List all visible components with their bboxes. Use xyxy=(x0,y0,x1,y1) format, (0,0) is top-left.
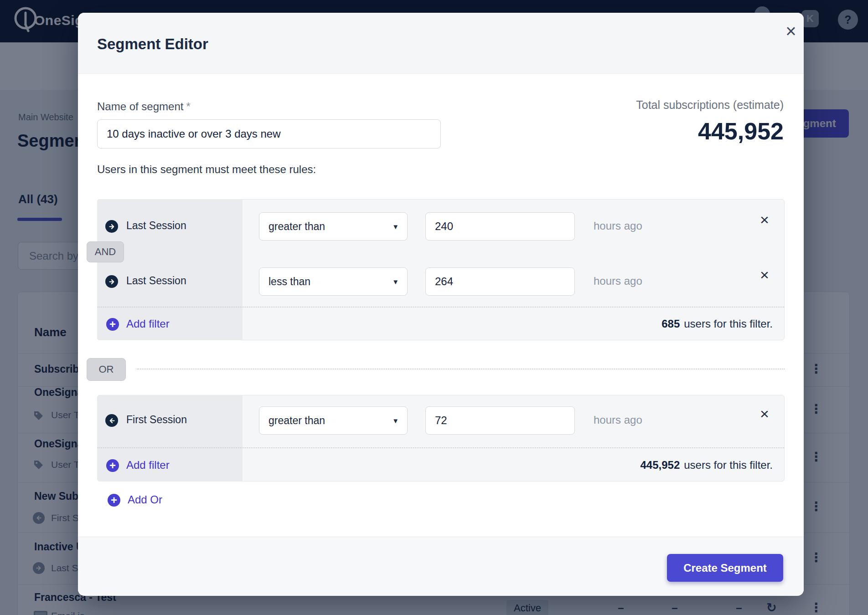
or-joiner-badge: OR xyxy=(87,358,126,381)
remove-filter-icon[interactable]: × xyxy=(755,210,774,229)
total-subscriptions-value: 445,952 xyxy=(698,118,784,145)
operator-value: less than xyxy=(269,276,310,288)
last-session-icon xyxy=(105,220,118,233)
chevron-down-icon: ▼ xyxy=(392,278,399,286)
operator-value: greater than xyxy=(269,220,325,233)
chevron-down-icon: ▼ xyxy=(392,223,399,231)
hours-value-input[interactable] xyxy=(425,267,575,296)
filter-field-label: Last Session xyxy=(126,220,186,232)
add-or-button[interactable]: Add Or xyxy=(128,493,162,506)
plus-icon[interactable]: + xyxy=(108,494,120,507)
operator-value: greater than xyxy=(269,415,325,427)
group-divider xyxy=(98,307,784,308)
filter-field-label: First Session xyxy=(126,414,187,426)
segment-name-input[interactable] xyxy=(97,119,441,149)
segment-editor-modal: Segment Editor × Name of segment* Total … xyxy=(78,13,804,595)
or-divider xyxy=(137,369,785,369)
operator-select[interactable]: greater than ▼ xyxy=(259,406,408,435)
plus-icon[interactable]: + xyxy=(106,318,119,331)
add-filter-button[interactable]: Add filter xyxy=(126,459,170,472)
filter-field-label: Last Session xyxy=(126,275,186,287)
close-icon[interactable]: × xyxy=(780,20,802,42)
add-filter-button[interactable]: Add filter xyxy=(126,318,170,330)
name-of-segment-label: Name of segment* xyxy=(97,100,191,113)
filter-count-text: 445,952users for this filter. xyxy=(641,459,773,472)
name-label-text: Name of segment xyxy=(97,100,183,113)
required-asterisk: * xyxy=(186,100,190,113)
unit-label: hours ago xyxy=(594,414,642,426)
modal-title: Segment Editor xyxy=(97,36,208,53)
unit-label: hours ago xyxy=(594,220,642,232)
total-subscriptions-label: Total subscriptions (estimate) xyxy=(636,98,784,112)
remove-filter-icon[interactable]: × xyxy=(755,405,774,423)
hours-value-input[interactable] xyxy=(425,212,575,241)
and-joiner-badge: AND xyxy=(87,241,124,262)
modal-footer: Create Segment xyxy=(78,537,804,596)
remove-filter-icon[interactable]: × xyxy=(755,266,774,284)
create-segment-button[interactable]: Create Segment xyxy=(667,554,783,582)
operator-select[interactable]: less than ▼ xyxy=(259,267,408,296)
plus-icon[interactable]: + xyxy=(106,459,119,472)
group-divider xyxy=(98,447,784,448)
screen: OneSignal K ? Main Website Segments All … xyxy=(0,0,868,615)
filter-group-2-field-column xyxy=(97,395,243,482)
last-session-icon xyxy=(105,275,118,288)
first-session-icon xyxy=(105,414,118,427)
filter-count-text: 685users for this filter. xyxy=(661,318,773,330)
hours-value-input[interactable] xyxy=(425,406,575,435)
filter-count-number: 685 xyxy=(661,318,680,330)
unit-label: hours ago xyxy=(594,275,642,287)
filter-count-number: 445,952 xyxy=(641,459,680,471)
chevron-down-icon: ▼ xyxy=(392,417,399,425)
rules-intro-text: Users in this segment must meet these ru… xyxy=(97,163,316,176)
operator-select[interactable]: greater than ▼ xyxy=(259,212,408,241)
